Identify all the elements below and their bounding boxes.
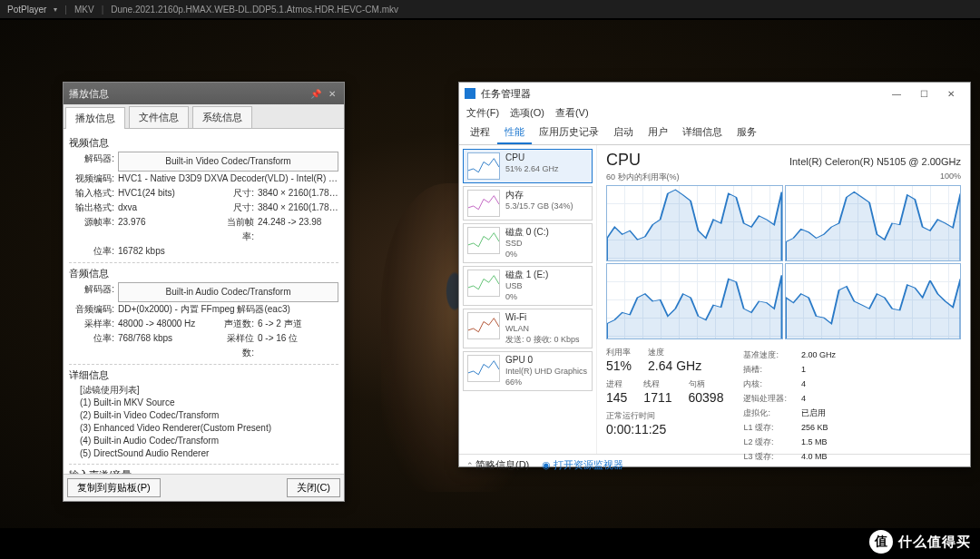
tm-menubar: 文件(F) 选项(O) 查看(V) [459, 104, 970, 122]
cpu-core-graphs[interactable] [606, 185, 961, 339]
cpu-core-2-graph [606, 263, 783, 339]
sparkline-icon [467, 152, 500, 180]
stat-线程: 线程1711 [643, 378, 671, 405]
dialog-body: 视频信息 解码器: Built-in Video Codec/Transform… [64, 129, 344, 474]
stat-句柄: 句柄60398 [689, 378, 724, 405]
filter-item: (4) Built-in Audio Codec/Transform [80, 435, 338, 447]
filter-item: (5) DirectSound Audio Renderer [80, 447, 338, 460]
value-sample-bits: 0 -> 16 位 [258, 331, 338, 360]
stat-速度: 速度2.64 GHz [648, 347, 701, 373]
tab-performance[interactable]: 性能 [497, 122, 532, 144]
open-resource-monitor-link[interactable]: ◉ 打开资源监视器 [542, 458, 623, 472]
spec-row: L2 缓存:1.5 MB [743, 436, 836, 448]
value-source-fps: 23.976 [118, 215, 218, 244]
graph-sub-left: 60 秒内的利用率(%) [606, 172, 680, 183]
perf-heading: CPU [606, 151, 641, 170]
close-button[interactable]: 关闭(C) [287, 478, 340, 497]
fewer-details-link[interactable]: ⌃简略信息(D) [466, 458, 529, 472]
tm-sidebar: CPU51% 2.64 GHz内存5.3/15.7 GB (34%)磁盘 0 (… [459, 145, 597, 454]
graph-sub-right: 100% [940, 172, 961, 183]
spec-row: 虚拟化:已启用 [743, 407, 836, 419]
sparkline-icon [467, 190, 500, 217]
spec-row: L3 缓存:4.0 MB [743, 450, 836, 463]
label-video-codec: 视频编码: [69, 172, 118, 186]
spec-row: L1 缓存:256 KB [743, 421, 836, 434]
value-audio-codec: DD+(0x2000) - 内置 FFmpeg 解码器(eac3) [118, 302, 338, 317]
copy-clipboard-button[interactable]: 复制到剪贴板(P) [67, 478, 161, 497]
dialog-title: 播放信息 [69, 87, 109, 101]
task-manager-window: 任务管理器 — ☐ ✕ 文件(F) 选项(O) 查看(V) 进程 性能 应用历史… [458, 82, 971, 467]
sidebar-item-gpu-0[interactable]: GPU 0Intel(R) UHD Graphics66% [463, 351, 593, 391]
menu-file[interactable]: 文件(F) [466, 106, 499, 120]
player-titlebar: PotPlayer ▾ | MKV | Dune.2021.2160p.HMAX… [0, 0, 980, 18]
cpu-core-3-graph [785, 263, 962, 339]
menu-options[interactable]: 选项(O) [510, 106, 544, 120]
dialog-tabs: 播放信息 文件信息 系统信息 [64, 104, 344, 129]
tab-startup[interactable]: 启动 [606, 122, 641, 144]
dropdown-icon[interactable]: ▾ [54, 5, 57, 14]
chevron-up-icon: ⌃ [466, 461, 474, 470]
filter-item: (2) Built-in Video Codec/Transform [80, 409, 338, 422]
value-video-bitrate: 16782 kbps [118, 244, 338, 259]
sidebar-item--1-e-[interactable]: 磁盘 1 (E:)USB0% [463, 266, 593, 306]
value-current-fps: 24.248 -> 23.98 [258, 215, 338, 244]
sparkline-icon [467, 312, 500, 339]
playback-info-dialog: 播放信息 📌 ✕ 播放信息 文件信息 系统信息 视频信息 解码器: Built-… [63, 82, 345, 502]
minimize-icon[interactable]: — [883, 84, 910, 103]
uptime-value: 0:00:11:25 [606, 422, 723, 436]
watermark-text: 什么值得买 [898, 534, 971, 551]
tab-users[interactable]: 用户 [641, 122, 675, 144]
value-input-format: HVC1(24 bits) [118, 186, 218, 201]
sparkline-icon [467, 355, 500, 382]
spec-row: 插槽:1 [743, 363, 836, 376]
tm-title-text: 任务管理器 [481, 87, 531, 101]
sidebar-item-cpu[interactable]: CPU51% 2.64 GHz [463, 149, 593, 183]
tab-services[interactable]: 服务 [730, 122, 764, 144]
tm-app-icon [465, 88, 475, 99]
audio-decoder-button[interactable]: Built-in Audio Codec/Transform [118, 282, 338, 302]
tab-processes[interactable]: 进程 [463, 122, 497, 144]
value-video-codec: HVC1 - Native D3D9 DXVA Decoder(VLD) - I… [118, 172, 338, 186]
cpu-core-0-graph [606, 185, 783, 261]
spec-row: 逻辑处理器:4 [743, 392, 836, 405]
maximize-icon[interactable]: ☐ [910, 84, 937, 103]
value-sample-rate: 48000 -> 48000 Hz [118, 317, 218, 331]
sparkline-icon [467, 227, 500, 254]
dialog-titlebar[interactable]: 播放信息 📌 ✕ [64, 83, 344, 104]
video-decoder-button[interactable]: Built-in Video Codec/Transform [118, 152, 338, 172]
audio-section-header: 音频信息 [69, 267, 338, 280]
pin-icon[interactable]: 📌 [309, 87, 322, 100]
value-input-size: 3840 × 2160(1.78:1) [258, 186, 338, 201]
stat-进程: 进程145 [606, 378, 627, 405]
value-output-size: 3840 × 2160(1.78:1) [258, 201, 338, 215]
tab-details[interactable]: 详细信息 [675, 122, 730, 144]
tm-tabs: 进程 性能 应用历史记录 启动 用户 详细信息 服务 [459, 122, 970, 145]
sidebar-item--0-c-[interactable]: 磁盘 0 (C:)SSD0% [463, 223, 593, 263]
tab-app-history[interactable]: 应用历史记录 [532, 122, 606, 144]
tab-file-info[interactable]: 文件信息 [129, 106, 189, 128]
spec-row: 基准速度:2.00 GHz [743, 348, 836, 361]
spec-row: 内核:4 [743, 378, 836, 390]
uptime-label: 正常运行时间 [606, 410, 723, 422]
window-close-icon[interactable]: ✕ [937, 84, 965, 103]
menu-view[interactable]: 查看(V) [555, 106, 589, 120]
tm-titlebar[interactable]: 任务管理器 — ☐ ✕ [459, 83, 970, 104]
sidebar-item--[interactable]: 内存5.3/15.7 GB (34%) [463, 186, 593, 221]
filename: Dune.2021.2160p.HMAX.WEB-DL.DDP5.1.Atmos… [111, 5, 398, 15]
video-section-header: 视频信息 [69, 136, 338, 150]
filter-item: (3) Enhanced Video Renderer(Custom Prese… [80, 422, 338, 435]
close-icon[interactable]: ✕ [326, 87, 338, 100]
stream-format: MKV [74, 5, 94, 15]
sidebar-item-wi-fi[interactable]: Wi-FiWLAN发送: 0 接收: 0 Kbps [463, 309, 593, 348]
tab-playback-info[interactable]: 播放信息 [65, 107, 125, 129]
dialog-footer: 复制到剪贴板(P) 关闭(C) [64, 474, 344, 501]
app-name[interactable]: PotPlayer [7, 5, 46, 15]
cpu-core-1-graph [785, 185, 962, 261]
detail-section-header: 详细信息 [69, 368, 338, 382]
filter-item: (1) Built-in MKV Source [80, 397, 338, 409]
tab-system-info[interactable]: 系统信息 [192, 106, 252, 128]
cpu-model: Intel(R) Celeron(R) N5105 @ 2.00GHz [789, 156, 961, 167]
filter-list: [滤镜使用列表] (1) Built-in MKV Source (2) Bui… [69, 384, 338, 460]
value-audio-bitrate: 768/768 kbps [118, 331, 218, 360]
sparkline-icon [467, 270, 500, 297]
